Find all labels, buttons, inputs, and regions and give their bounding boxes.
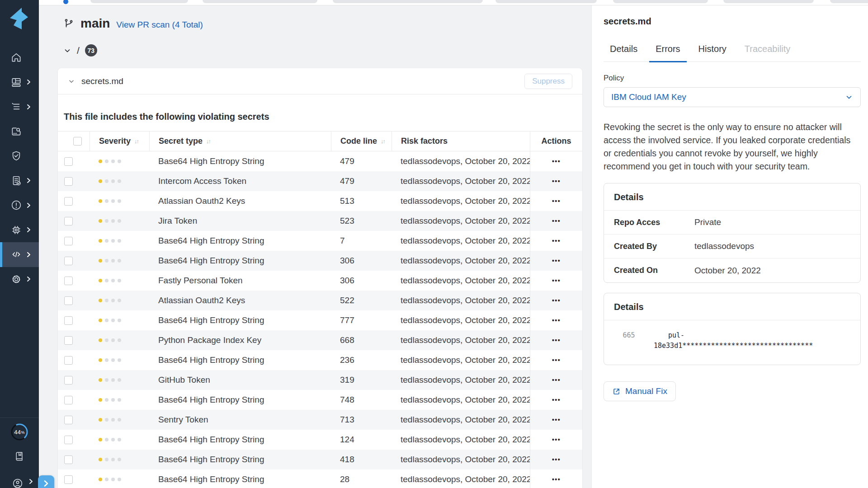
table-row[interactable]: Atlassian Oauth2 Keys 522 tedlassodevops… (58, 291, 582, 310)
row-checkbox[interactable] (64, 277, 73, 285)
column-header-actions: Actions (530, 131, 582, 151)
table-row[interactable]: Base64 High Entropy String 748 tedlassod… (58, 390, 582, 410)
row-checkbox[interactable] (64, 475, 73, 484)
row-checkbox[interactable] (64, 356, 73, 365)
expand-sidebar-button[interactable] (38, 475, 54, 488)
row-checkbox[interactable] (64, 257, 73, 265)
spectral-logo[interactable] (8, 7, 29, 30)
more-actions-icon[interactable]: ••• (552, 158, 561, 165)
table-row[interactable]: Base64 High Entropy String 28 tedlassode… (58, 469, 582, 488)
more-actions-icon[interactable]: ••• (552, 257, 561, 264)
more-actions-icon[interactable]: ••• (552, 178, 561, 185)
book-icon[interactable] (14, 450, 25, 462)
table-row[interactable]: Jira Token 523 tedlassodevops, October 2… (58, 211, 582, 231)
row-checkbox[interactable] (64, 455, 73, 464)
table-row[interactable]: Atlassian Oauth2 Keys 513 tedlassodevops… (58, 191, 582, 211)
collapse-chevron-icon[interactable] (63, 47, 71, 55)
row-checkbox[interactable] (64, 217, 73, 225)
path-label: / (77, 45, 80, 56)
more-actions-icon[interactable]: ••• (552, 357, 561, 364)
sort-icon[interactable]: ↓↑ (134, 138, 138, 145)
more-actions-icon[interactable]: ••• (552, 416, 561, 423)
tab-errors[interactable]: Errors (649, 44, 686, 62)
policy-select[interactable]: IBM Cloud IAM Key (604, 87, 861, 107)
row-checkbox[interactable] (64, 237, 73, 245)
table-row[interactable]: Base64 High Entropy String 777 tedlassod… (58, 310, 582, 330)
table-row[interactable]: Base64 High Entropy String 479 tedlassod… (58, 151, 582, 171)
sidebar-item-scan[interactable] (0, 119, 39, 144)
table-row[interactable]: Sentry Token 713 tedlassodevops, October… (58, 410, 582, 430)
tab-details[interactable]: Details (604, 44, 644, 61)
more-actions-icon[interactable]: ••• (552, 376, 561, 384)
code-line-cell: 28 (331, 469, 392, 488)
tab-traceability[interactable]: Traceability (738, 44, 797, 61)
column-header-severity[interactable]: Severity↓↑ (90, 131, 149, 151)
main-area: main View PR scan (4 Total) / 73 secrets… (39, 0, 591, 488)
sidebar-item-dashboard[interactable] (0, 70, 39, 95)
code-line-cell: 523 (331, 211, 392, 231)
more-actions-icon[interactable]: ••• (552, 456, 561, 463)
severity-indicator (99, 458, 121, 461)
row-checkbox[interactable] (64, 436, 73, 444)
select-all-checkbox[interactable] (73, 137, 82, 145)
severity-indicator (99, 319, 121, 322)
more-actions-icon[interactable]: ••• (552, 197, 561, 205)
row-checkbox[interactable] (64, 376, 73, 385)
table-row[interactable]: Base64 High Entropy String 124 tedlassod… (58, 430, 582, 450)
chevron-right-icon (26, 252, 32, 258)
shield-check-icon (10, 150, 22, 162)
secret-type-cell: Base64 High Entropy String (149, 231, 331, 251)
sort-icon[interactable]: ↓↑ (381, 138, 385, 145)
table-row[interactable]: Python Package Index Key 668 tedlassodev… (58, 330, 582, 350)
row-checkbox[interactable] (64, 316, 73, 325)
sidebar-item-code[interactable] (0, 242, 39, 267)
view-pr-scan-link[interactable]: View PR scan (4 Total) (116, 20, 203, 30)
more-actions-icon[interactable]: ••• (552, 217, 561, 225)
risk-factors-cell: tedlassodevops, October 20, 2022, (392, 151, 530, 171)
table-row[interactable]: Intercom Access Token 479 tedlassodevops… (58, 171, 582, 191)
suppress-button[interactable]: Suppress (524, 74, 572, 89)
sort-icon[interactable]: ↓↑ (206, 138, 210, 145)
row-checkbox[interactable] (64, 157, 73, 166)
more-actions-icon[interactable]: ••• (552, 396, 561, 404)
secret-type-cell: Base64 High Entropy String (149, 390, 331, 410)
sidebar-item-alerts[interactable] (0, 193, 39, 218)
sidebar-item-account[interactable] (0, 474, 39, 488)
manual-fix-button[interactable]: Manual Fix (604, 381, 676, 401)
table-row[interactable]: Fastly Personal Token 306 tedlassodevops… (58, 271, 582, 291)
severity-indicator (99, 478, 121, 481)
table-row[interactable]: GitHub Token 319 tedlassodevops, October… (58, 370, 582, 390)
sidebar-item-list[interactable] (0, 94, 39, 119)
secret-type-cell: Sentry Token (149, 410, 331, 430)
sidebar-item-shield[interactable] (0, 144, 39, 169)
more-actions-icon[interactable]: ••• (552, 337, 561, 344)
sidebar-item-home[interactable] (0, 45, 39, 70)
sidebar-item-reports[interactable] (0, 169, 39, 193)
risk-factors-cell: tedlassodevops, October 20, 2022, (392, 251, 530, 271)
alert-circle-icon (10, 199, 22, 211)
more-actions-icon[interactable]: ••• (552, 436, 561, 443)
table-row[interactable]: Base64 High Entropy String 236 tedlassod… (58, 350, 582, 370)
table-row[interactable]: Base64 High Entropy String 7 tedlassodev… (58, 231, 582, 251)
row-checkbox[interactable] (64, 177, 73, 186)
collapse-file-chevron-icon[interactable] (68, 78, 75, 85)
more-actions-icon[interactable]: ••• (552, 277, 561, 284)
row-checkbox[interactable] (64, 416, 73, 424)
sidebar-item-integrations[interactable] (0, 218, 39, 243)
more-actions-icon[interactable]: ••• (552, 476, 561, 483)
tab-history[interactable]: History (692, 44, 733, 61)
table-row[interactable]: Base64 High Entropy String 306 tedlassod… (58, 251, 582, 271)
column-header-code-line[interactable]: Code line↓↑ (331, 131, 392, 151)
row-checkbox[interactable] (64, 396, 73, 404)
severity-indicator (99, 199, 121, 203)
more-actions-icon[interactable]: ••• (552, 317, 561, 324)
row-checkbox[interactable] (64, 336, 73, 345)
toolbar-placeholder (90, 0, 188, 3)
column-header-secret-type[interactable]: Secret type↓↑ (149, 131, 331, 151)
more-actions-icon[interactable]: ••• (552, 237, 561, 244)
table-row[interactable]: Base64 High Entropy String 418 tedlassod… (58, 450, 582, 469)
row-checkbox[interactable] (64, 197, 73, 206)
more-actions-icon[interactable]: ••• (552, 297, 561, 304)
sidebar-item-settings[interactable] (0, 267, 39, 292)
row-checkbox[interactable] (64, 296, 73, 305)
